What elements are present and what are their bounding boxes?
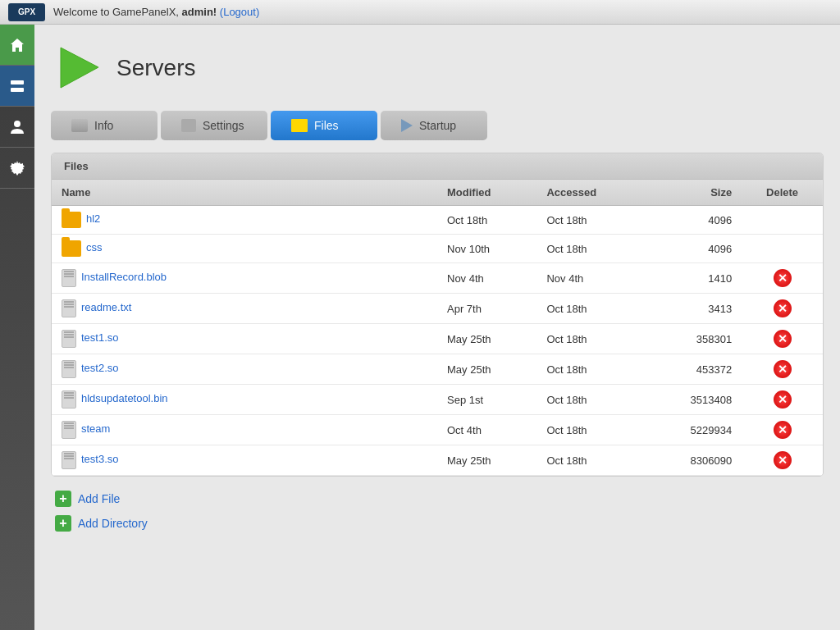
file-link[interactable]: css [86,241,103,253]
play-button [51,41,104,94]
size-cell: 3513408 [646,385,742,415]
tab-startup[interactable]: Startup [381,111,487,140]
table-row: hldsupdatetool.binSep 1stOct 18th3513408… [52,385,823,415]
accessed-cell: Oct 18th [536,385,646,415]
folder-icon [62,240,81,257]
size-cell: 453372 [646,354,742,385]
file-name-cell: readme.txt [52,294,437,324]
tab-info[interactable]: Info [51,111,158,140]
add-directory-label: Add Directory [78,517,148,530]
col-modified: Modified [437,180,536,206]
size-cell: 3413 [646,294,742,324]
sidebar-item-home[interactable] [0,25,34,66]
file-name-cell: test2.so [52,354,437,385]
sidebar-item-servers[interactable] [0,66,34,107]
delete-button[interactable]: ✕ [774,390,792,409]
delete-icon: ✕ [774,360,792,378]
accessed-cell: Oct 18th [536,354,646,385]
file-link[interactable]: test1.so [81,331,119,344]
file-name-cell: test3.so [52,445,437,476]
table-row: test1.soMay 25thOct 18th358301✕ [52,324,823,354]
delete-button[interactable]: ✕ [774,330,792,348]
accessed-cell: Oct 18th [536,415,646,445]
logo: GPX [8,3,45,21]
file-name-cell: InstallRecord.blob [52,263,437,294]
folder-icon [62,212,81,228]
file-doc-icon [62,421,76,439]
delete-button[interactable]: ✕ [774,299,792,317]
file-name-cell: test1.so [52,324,437,354]
file-link[interactable]: hl2 [86,212,100,225]
delete-icon: ✕ [774,390,792,409]
delete-cell [742,206,823,235]
add-directory-icon: + [55,515,71,532]
col-delete: Delete [742,180,823,206]
logout-link[interactable]: (Logout) [220,6,259,18]
add-file-button[interactable]: + Add File [55,489,819,509]
files-tab-icon [291,119,308,132]
files-panel: Files Name Modified Accessed Size Delete… [51,153,824,477]
accessed-cell: Nov 4th [536,263,646,294]
file-link[interactable]: steam [81,422,110,435]
delete-button[interactable]: ✕ [774,360,792,378]
sidebar-item-settings[interactable] [0,148,34,189]
delete-icon: ✕ [774,269,792,287]
modified-cell: Nov 4th [437,263,536,294]
username: admin! [182,6,217,18]
size-cell: 4096 [646,206,742,235]
page-title: Servers [116,55,195,81]
delete-cell: ✕ [742,263,823,294]
svg-marker-5 [61,48,98,88]
file-link[interactable]: readme.txt [81,301,131,313]
table-row: hl2Oct 18thOct 18th4096 [52,206,823,235]
size-cell: 4096 [646,235,742,263]
sidebar [0,25,34,630]
size-cell: 8306090 [646,445,742,476]
modified-cell: Apr 7th [437,294,536,324]
svg-rect-1 [11,80,24,84]
table-row: steamOct 4thOct 18th5229934✕ [52,415,823,445]
delete-cell: ✕ [742,385,823,415]
server-icon [9,78,25,94]
file-link[interactable]: InstallRecord.blob [81,271,167,283]
accessed-cell: Oct 18th [536,235,646,263]
tab-settings[interactable]: Settings [161,111,267,140]
file-name-cell: steam [52,415,437,445]
size-cell: 1410 [646,263,742,294]
size-cell: 5229934 [646,415,742,445]
table-row: InstallRecord.blobNov 4thNov 4th1410✕ [52,263,823,294]
accessed-cell: Oct 18th [536,324,646,354]
table-row: readme.txtApr 7thOct 18th3413✕ [52,294,823,324]
file-doc-icon [62,360,76,378]
page-header: Servers [51,41,824,94]
file-doc-icon [62,269,76,287]
delete-cell: ✕ [742,354,823,385]
delete-cell: ✕ [742,324,823,354]
sidebar-item-users[interactable] [0,107,34,148]
delete-icon: ✕ [774,421,792,439]
file-name-cell: hl2 [52,206,437,235]
top-bar: GPX Welcome to GamePanelX, admin! (Logou… [0,0,840,25]
add-directory-button[interactable]: + Add Directory [55,514,819,533]
col-accessed: Accessed [536,180,646,206]
modified-cell: May 25th [437,354,536,385]
svg-marker-0 [11,39,24,52]
file-link[interactable]: hldsupdatetool.bin [81,392,168,404]
delete-icon: ✕ [774,451,792,469]
file-name-cell: hldsupdatetool.bin [52,385,437,415]
svg-rect-2 [11,88,24,92]
accessed-cell: Oct 18th [536,294,646,324]
welcome-text: Welcome to GamePanelX, admin! (Logout) [53,6,259,18]
delete-cell [742,235,823,263]
accessed-cell: Oct 18th [536,445,646,476]
file-doc-icon [62,330,76,348]
tab-files[interactable]: Files [271,111,377,140]
delete-button[interactable]: ✕ [774,421,792,439]
settings-icon [9,160,25,176]
file-link[interactable]: test3.so [81,453,119,465]
modified-cell: May 25th [437,324,536,354]
file-link[interactable]: test2.so [81,362,119,374]
settings-tab-icon [181,119,196,132]
delete-button[interactable]: ✕ [774,451,792,469]
delete-button[interactable]: ✕ [774,269,792,287]
